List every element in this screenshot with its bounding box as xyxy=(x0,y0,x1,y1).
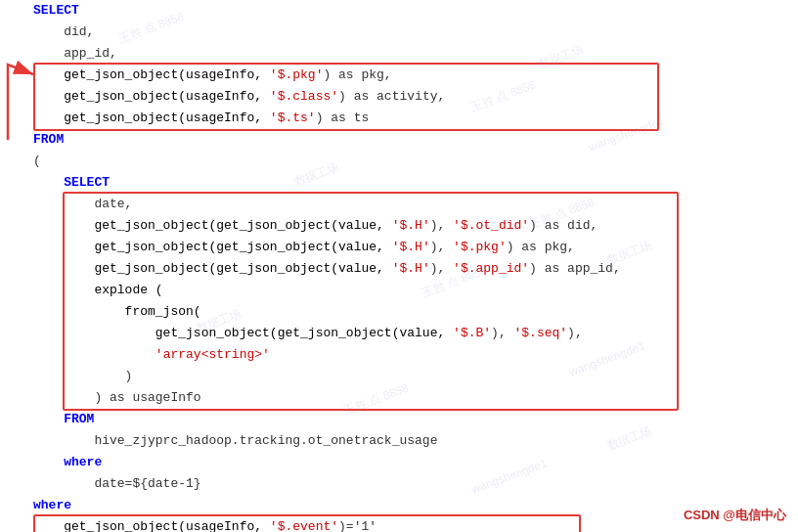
token: '$.B' xyxy=(453,326,491,340)
token: '$.ts' xyxy=(270,111,316,125)
token: get_json_object(usageInfo, xyxy=(33,111,270,125)
token: ), xyxy=(567,326,583,340)
token: where xyxy=(33,498,71,512)
code-line: get_json_object(get_json_object(value, '… xyxy=(0,215,798,237)
token: ) as did, xyxy=(529,218,598,233)
code-line: 'array<string>' xyxy=(0,344,798,366)
token: 'array<string>' xyxy=(155,347,270,362)
line-content: get_json_object(get_json_object(value, '… xyxy=(29,237,798,258)
token: '$.ot_did' xyxy=(453,218,529,233)
code-line: app_id, xyxy=(0,43,798,65)
token: SELECT xyxy=(33,3,79,18)
line-content: ) xyxy=(29,366,798,387)
token: get_json_object(get_json_object(value, xyxy=(33,326,453,340)
token: '$.event' xyxy=(270,519,338,532)
code-line: get_json_object(get_json_object(value, '… xyxy=(0,258,798,280)
token: get_json_object(usageInfo, xyxy=(33,519,270,532)
token: get_json_object(get_json_object(value, xyxy=(33,218,392,233)
token: did, xyxy=(33,24,94,39)
line-content: get_json_object(usageInfo, '$.ts') as ts xyxy=(29,108,798,129)
code-line: explode ( xyxy=(0,280,798,301)
line-content: ( xyxy=(29,151,798,172)
token: ( xyxy=(33,154,41,168)
token: ) as app_id, xyxy=(529,261,621,276)
code-line: FROM xyxy=(0,129,798,151)
token: get_json_object(usageInfo, xyxy=(33,89,270,104)
line-content: get_json_object(get_json_object(value, '… xyxy=(29,258,798,280)
token: get_json_object(get_json_object(value, xyxy=(33,240,392,254)
token: where xyxy=(33,455,102,469)
token: date, xyxy=(33,197,132,211)
code-line: FROM xyxy=(0,409,798,430)
line-content: explode ( xyxy=(29,280,798,301)
token: FROM xyxy=(33,132,64,147)
code-line: get_json_object(usageInfo, '$.event')='1… xyxy=(0,516,798,532)
code-line: SELECT xyxy=(0,0,798,22)
line-content: hive_zjyprc_hadoop.tracking.ot_onetrack_… xyxy=(29,430,798,452)
code-line: get_json_object(usageInfo, '$.ts') as ts xyxy=(0,108,798,129)
code-line: from_json( xyxy=(0,301,798,323)
token: '$.pkg' xyxy=(270,67,324,82)
code-line: SELECT xyxy=(0,172,798,194)
line-content: get_json_object(usageInfo, '$.class') as… xyxy=(29,86,798,108)
line-content: ) as usageInfo xyxy=(29,387,798,409)
token: get_json_object(get_json_object(value, xyxy=(33,261,392,276)
token: ), xyxy=(430,240,453,254)
token: '$.seq' xyxy=(514,326,568,340)
token: '$.H' xyxy=(392,261,430,276)
line-content: get_json_object(get_json_object(value, '… xyxy=(29,215,798,237)
token: ) as pkg, xyxy=(507,240,575,254)
code-line: where xyxy=(0,495,798,516)
line-content: app_id, xyxy=(29,43,798,65)
token: app_id, xyxy=(33,46,117,61)
token xyxy=(33,347,155,362)
line-content: get_json_object(usageInfo, '$.pkg') as p… xyxy=(29,65,798,86)
token: '$.H' xyxy=(392,218,430,233)
code-line: date, xyxy=(0,194,798,215)
line-content: SELECT xyxy=(29,0,798,22)
code-line: date=${date-1} xyxy=(0,473,798,495)
token: ) as activity, xyxy=(338,89,445,104)
token: date=${date-1} xyxy=(33,476,201,491)
line-content: FROM xyxy=(29,129,798,151)
token: ) xyxy=(33,369,132,383)
token: ), xyxy=(430,218,453,233)
line-content: get_json_object(get_json_object(value, '… xyxy=(29,323,798,344)
line-content: from_json( xyxy=(29,301,798,323)
line-content: SELECT xyxy=(29,172,798,194)
code-line: ( xyxy=(0,151,798,172)
code-line: ) xyxy=(0,366,798,387)
code-line: get_json_object(usageInfo, '$.class') as… xyxy=(0,86,798,108)
token: ) as ts xyxy=(316,111,370,125)
token: from_json( xyxy=(33,304,201,319)
code-line: did, xyxy=(0,22,798,43)
line-content: 'array<string>' xyxy=(29,344,798,366)
token: get_json_object(usageInfo, xyxy=(33,67,270,82)
token: ) as usageInfo xyxy=(33,390,201,405)
token: explode ( xyxy=(33,283,163,297)
token: '$.H' xyxy=(392,240,430,254)
token: '$.class' xyxy=(270,89,338,104)
line-content: where xyxy=(29,452,798,473)
token: ), xyxy=(491,326,513,340)
token: '$.pkg' xyxy=(453,240,507,254)
line-content: FROM xyxy=(29,409,798,430)
code-line: get_json_object(usageInfo, '$.pkg') as p… xyxy=(0,65,798,86)
line-content: did, xyxy=(29,22,798,43)
line-content: date=${date-1} xyxy=(29,473,798,495)
token: hive_zjyprc_hadoop.tracking.ot_onetrack_… xyxy=(33,433,437,448)
code-line: get_json_object(get_json_object(value, '… xyxy=(0,237,798,258)
code-line: hive_zjyprc_hadoop.tracking.ot_onetrack_… xyxy=(0,430,798,452)
token: FROM xyxy=(33,412,94,426)
token: ), xyxy=(430,261,453,276)
line-content: date, xyxy=(29,194,798,215)
code-line: get_json_object(get_json_object(value, '… xyxy=(0,323,798,344)
token: ) as pkg, xyxy=(323,67,391,82)
token: SELECT xyxy=(33,175,110,190)
branding-label: CSDN @电信中心 xyxy=(684,507,786,524)
token: )='1' xyxy=(338,519,377,532)
code-line: where xyxy=(0,452,798,473)
token: '$.app_id' xyxy=(453,261,529,276)
code-line: ) as usageInfo xyxy=(0,387,798,409)
code-area: SELECT did, app_id, get_json_object(usag… xyxy=(0,0,798,532)
